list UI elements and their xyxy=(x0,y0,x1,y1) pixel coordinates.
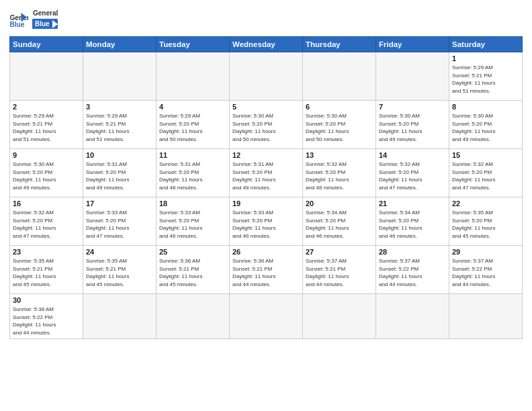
weekday-header-wednesday: Wednesday xyxy=(230,37,303,52)
calendar-table: SundayMondayTuesdayWednesdayThursdayFrid… xyxy=(9,36,523,339)
calendar-week-row: 23Sunrise: 5:35 AM Sunset: 5:21 PM Dayli… xyxy=(10,246,523,294)
calendar-cell: 11Sunrise: 5:31 AM Sunset: 5:20 PM Dayli… xyxy=(157,149,230,197)
day-number: 30 xyxy=(13,296,80,304)
day-number: 15 xyxy=(452,151,519,159)
day-info: Sunrise: 5:37 AM Sunset: 5:22 PM Dayligh… xyxy=(379,257,446,288)
calendar-header-row: SundayMondayTuesdayWednesdayThursdayFrid… xyxy=(10,37,523,52)
weekday-header-monday: Monday xyxy=(83,37,157,52)
day-number: 4 xyxy=(159,103,226,111)
calendar-cell: 26Sunrise: 5:36 AM Sunset: 5:21 PM Dayli… xyxy=(230,246,303,294)
calendar-cell: 29Sunrise: 5:37 AM Sunset: 5:22 PM Dayli… xyxy=(449,246,523,294)
logo-area: General Blue General Blue xyxy=(9,8,59,32)
day-number: 1 xyxy=(452,54,519,62)
day-info: Sunrise: 5:30 AM Sunset: 5:20 PM Dayligh… xyxy=(306,112,373,143)
day-number: 10 xyxy=(86,151,153,159)
logo-graphic: General Blue xyxy=(32,8,59,30)
calendar-week-row: 16Sunrise: 5:32 AM Sunset: 5:20 PM Dayli… xyxy=(10,197,523,246)
day-info: Sunrise: 5:33 AM Sunset: 5:20 PM Dayligh… xyxy=(232,209,300,240)
day-number: 9 xyxy=(13,151,80,159)
day-number: 23 xyxy=(13,248,80,256)
calendar-cell: 25Sunrise: 5:36 AM Sunset: 5:21 PM Dayli… xyxy=(157,246,230,294)
day-info: Sunrise: 5:36 AM Sunset: 5:21 PM Dayligh… xyxy=(232,257,300,288)
calendar-cell: 23Sunrise: 5:35 AM Sunset: 5:21 PM Dayli… xyxy=(10,246,83,294)
day-number: 16 xyxy=(13,199,80,208)
calendar-cell: 3Sunrise: 5:29 AM Sunset: 5:21 PM Daylig… xyxy=(83,101,157,149)
day-number: 17 xyxy=(86,199,153,208)
weekday-header-friday: Friday xyxy=(376,37,449,52)
day-info: Sunrise: 5:34 AM Sunset: 5:20 PM Dayligh… xyxy=(379,209,446,240)
generalblue-logo-icon: General Blue xyxy=(9,13,28,28)
calendar-cell: 5Sunrise: 5:30 AM Sunset: 5:20 PM Daylig… xyxy=(230,101,303,149)
day-info: Sunrise: 5:29 AM Sunset: 5:21 PM Dayligh… xyxy=(13,112,80,143)
calendar-cell: 8Sunrise: 5:30 AM Sunset: 5:20 PM Daylig… xyxy=(449,101,523,149)
day-info: Sunrise: 5:29 AM Sunset: 5:20 PM Dayligh… xyxy=(159,112,226,143)
day-number: 21 xyxy=(379,199,446,208)
calendar-cell: 6Sunrise: 5:30 AM Sunset: 5:20 PM Daylig… xyxy=(303,101,376,149)
calendar-cell: 13Sunrise: 5:32 AM Sunset: 5:20 PM Dayli… xyxy=(303,149,376,197)
calendar-cell: 9Sunrise: 5:30 AM Sunset: 5:20 PM Daylig… xyxy=(10,149,83,197)
day-number: 3 xyxy=(86,103,153,111)
day-info: Sunrise: 5:33 AM Sunset: 5:20 PM Dayligh… xyxy=(159,209,226,240)
calendar-cell: 28Sunrise: 5:37 AM Sunset: 5:22 PM Dayli… xyxy=(376,246,449,294)
day-info: Sunrise: 5:35 AM Sunset: 5:21 PM Dayligh… xyxy=(86,257,153,288)
day-info: Sunrise: 5:33 AM Sunset: 5:20 PM Dayligh… xyxy=(86,209,153,240)
day-info: Sunrise: 5:29 AM Sunset: 5:21 PM Dayligh… xyxy=(452,64,519,95)
calendar-cell: 10Sunrise: 5:31 AM Sunset: 5:20 PM Dayli… xyxy=(83,149,157,197)
calendar-cell xyxy=(10,52,83,101)
calendar-cell: 16Sunrise: 5:32 AM Sunset: 5:20 PM Dayli… xyxy=(10,197,83,246)
calendar-week-row: 9Sunrise: 5:30 AM Sunset: 5:20 PM Daylig… xyxy=(10,149,523,197)
day-number: 11 xyxy=(159,151,226,159)
weekday-header-tuesday: Tuesday xyxy=(157,37,230,52)
day-info: Sunrise: 5:30 AM Sunset: 5:20 PM Dayligh… xyxy=(13,161,80,191)
calendar-cell xyxy=(230,52,303,101)
day-number: 14 xyxy=(379,151,446,159)
calendar-cell: 20Sunrise: 5:34 AM Sunset: 5:20 PM Dayli… xyxy=(303,197,376,246)
day-number: 6 xyxy=(306,103,373,111)
day-number: 29 xyxy=(452,248,519,256)
day-info: Sunrise: 5:32 AM Sunset: 5:20 PM Dayligh… xyxy=(379,161,446,191)
day-number: 5 xyxy=(232,103,300,111)
calendar-cell: 7Sunrise: 5:30 AM Sunset: 5:20 PM Daylig… xyxy=(376,101,449,149)
svg-text:Blue: Blue xyxy=(35,20,50,28)
day-info: Sunrise: 5:36 AM Sunset: 5:21 PM Dayligh… xyxy=(159,257,226,288)
day-info: Sunrise: 5:30 AM Sunset: 5:20 PM Dayligh… xyxy=(232,112,300,143)
day-info: Sunrise: 5:37 AM Sunset: 5:21 PM Dayligh… xyxy=(306,257,373,288)
day-number: 7 xyxy=(379,103,446,111)
day-info: Sunrise: 5:30 AM Sunset: 5:20 PM Dayligh… xyxy=(452,112,519,143)
day-number: 20 xyxy=(306,199,373,208)
day-number: 18 xyxy=(159,199,226,208)
day-info: Sunrise: 5:31 AM Sunset: 5:20 PM Dayligh… xyxy=(232,161,300,191)
calendar-cell xyxy=(303,52,376,101)
day-info: Sunrise: 5:31 AM Sunset: 5:20 PM Dayligh… xyxy=(86,161,153,191)
day-info: Sunrise: 5:37 AM Sunset: 5:22 PM Dayligh… xyxy=(452,257,519,288)
calendar-cell: 18Sunrise: 5:33 AM Sunset: 5:20 PM Dayli… xyxy=(157,197,230,246)
day-info: Sunrise: 5:31 AM Sunset: 5:20 PM Dayligh… xyxy=(159,161,226,191)
day-number: 13 xyxy=(306,151,373,159)
day-number: 27 xyxy=(306,248,373,256)
day-info: Sunrise: 5:35 AM Sunset: 5:21 PM Dayligh… xyxy=(13,257,80,288)
calendar-cell: 22Sunrise: 5:35 AM Sunset: 5:20 PM Dayli… xyxy=(449,197,523,246)
header: General Blue General Blue xyxy=(9,8,523,32)
calendar-cell xyxy=(83,294,157,339)
calendar-cell: 24Sunrise: 5:35 AM Sunset: 5:21 PM Dayli… xyxy=(83,246,157,294)
day-info: Sunrise: 5:34 AM Sunset: 5:20 PM Dayligh… xyxy=(306,209,373,240)
day-number: 2 xyxy=(13,103,80,111)
calendar-cell: 12Sunrise: 5:31 AM Sunset: 5:20 PM Dayli… xyxy=(230,149,303,197)
svg-text:General: General xyxy=(33,9,58,17)
page: General Blue General Blue SundayMonda xyxy=(0,0,532,411)
weekday-header-sunday: Sunday xyxy=(10,37,83,52)
calendar-cell xyxy=(83,52,157,101)
day-number: 19 xyxy=(232,199,300,208)
calendar-cell: 2Sunrise: 5:29 AM Sunset: 5:21 PM Daylig… xyxy=(10,101,83,149)
calendar-cell: 19Sunrise: 5:33 AM Sunset: 5:20 PM Dayli… xyxy=(230,197,303,246)
calendar-week-row: 2Sunrise: 5:29 AM Sunset: 5:21 PM Daylig… xyxy=(10,101,523,149)
calendar-week-row: 1Sunrise: 5:29 AM Sunset: 5:21 PM Daylig… xyxy=(10,52,523,101)
day-number: 28 xyxy=(379,248,446,256)
day-info: Sunrise: 5:32 AM Sunset: 5:20 PM Dayligh… xyxy=(13,209,80,240)
day-info: Sunrise: 5:30 AM Sunset: 5:20 PM Dayligh… xyxy=(379,112,446,143)
calendar-cell xyxy=(157,52,230,101)
calendar-cell xyxy=(376,52,449,101)
day-number: 24 xyxy=(86,248,153,256)
calendar-cell xyxy=(157,294,230,339)
day-info: Sunrise: 5:29 AM Sunset: 5:21 PM Dayligh… xyxy=(86,112,153,143)
